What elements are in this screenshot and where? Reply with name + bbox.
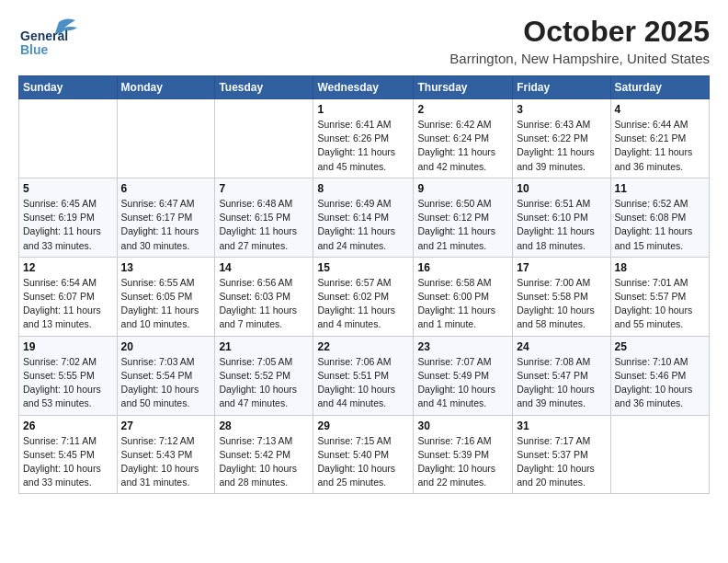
day-info: Sunrise: 7:01 AM Sunset: 5:57 PM Dayligh… [615,276,705,332]
header: General Blue October 2025 Barrington, Ne… [18,15,710,66]
calendar-cell: 7Sunrise: 6:48 AM Sunset: 6:15 PM Daylig… [215,178,313,257]
svg-text:Blue: Blue [20,42,49,55]
day-number: 27 [121,419,211,432]
calendar-cell: 28Sunrise: 7:13 AM Sunset: 5:42 PM Dayli… [215,415,313,494]
day-info: Sunrise: 7:10 AM Sunset: 5:46 PM Dayligh… [615,355,705,411]
day-number: 15 [317,261,409,274]
day-number: 10 [517,182,606,195]
weekday-header-friday: Friday [513,76,610,99]
day-info: Sunrise: 7:13 AM Sunset: 5:42 PM Dayligh… [219,434,309,490]
svg-text:General: General [20,29,68,43]
day-number: 11 [615,182,705,195]
day-info: Sunrise: 6:49 AM Sunset: 6:14 PM Dayligh… [317,197,409,253]
day-info: Sunrise: 7:00 AM Sunset: 5:58 PM Dayligh… [517,276,606,332]
day-info: Sunrise: 7:05 AM Sunset: 5:52 PM Dayligh… [219,355,309,411]
page: General Blue October 2025 Barrington, Ne… [0,0,728,563]
day-info: Sunrise: 6:54 AM Sunset: 6:07 PM Dayligh… [23,276,113,332]
logo-icon: General Blue [18,15,92,55]
day-info: Sunrise: 6:44 AM Sunset: 6:21 PM Dayligh… [615,118,705,174]
calendar-cell: 25Sunrise: 7:10 AM Sunset: 5:46 PM Dayli… [610,336,709,415]
weekday-header-wednesday: Wednesday [313,76,414,99]
day-number: 28 [219,419,309,432]
calendar-week-row-3: 12Sunrise: 6:54 AM Sunset: 6:07 PM Dayli… [19,257,710,336]
day-number: 1 [317,103,409,116]
weekday-header-saturday: Saturday [610,76,709,99]
day-number: 9 [417,182,508,195]
day-info: Sunrise: 6:43 AM Sunset: 6:22 PM Dayligh… [517,118,606,174]
day-info: Sunrise: 6:57 AM Sunset: 6:02 PM Dayligh… [317,276,409,332]
calendar-cell [19,99,118,178]
calendar-cell: 3Sunrise: 6:43 AM Sunset: 6:22 PM Daylig… [513,99,610,178]
logo: General Blue [18,15,92,55]
day-number: 3 [517,103,606,116]
day-number: 7 [219,182,309,195]
calendar-cell: 20Sunrise: 7:03 AM Sunset: 5:54 PM Dayli… [117,336,215,415]
day-number: 22 [317,340,409,353]
calendar-table: SundayMondayTuesdayWednesdayThursdayFrid… [18,75,710,494]
calendar-week-row-1: 1Sunrise: 6:41 AM Sunset: 6:26 PM Daylig… [19,99,710,178]
calendar-cell: 12Sunrise: 6:54 AM Sunset: 6:07 PM Dayli… [19,257,118,336]
calendar-cell: 23Sunrise: 7:07 AM Sunset: 5:49 PM Dayli… [414,336,513,415]
calendar-cell: 8Sunrise: 6:49 AM Sunset: 6:14 PM Daylig… [313,178,414,257]
day-number: 4 [615,103,705,116]
day-info: Sunrise: 6:51 AM Sunset: 6:10 PM Dayligh… [517,197,606,253]
day-number: 24 [517,340,606,353]
day-number: 25 [615,340,705,353]
day-info: Sunrise: 7:07 AM Sunset: 5:49 PM Dayligh… [417,355,508,411]
day-number: 12 [23,261,113,274]
day-info: Sunrise: 6:55 AM Sunset: 6:05 PM Dayligh… [121,276,211,332]
calendar-cell: 9Sunrise: 6:50 AM Sunset: 6:12 PM Daylig… [414,178,513,257]
day-info: Sunrise: 6:42 AM Sunset: 6:24 PM Dayligh… [417,118,508,174]
day-number: 13 [121,261,211,274]
day-info: Sunrise: 7:08 AM Sunset: 5:47 PM Dayligh… [517,355,606,411]
day-info: Sunrise: 7:06 AM Sunset: 5:51 PM Dayligh… [317,355,409,411]
calendar-cell: 1Sunrise: 6:41 AM Sunset: 6:26 PM Daylig… [313,99,414,178]
calendar-cell: 16Sunrise: 6:58 AM Sunset: 6:00 PM Dayli… [414,257,513,336]
calendar-cell: 15Sunrise: 6:57 AM Sunset: 6:02 PM Dayli… [313,257,414,336]
day-info: Sunrise: 7:11 AM Sunset: 5:45 PM Dayligh… [23,434,113,490]
day-number: 21 [219,340,309,353]
day-number: 5 [23,182,113,195]
calendar-cell: 19Sunrise: 7:02 AM Sunset: 5:55 PM Dayli… [19,336,118,415]
day-info: Sunrise: 6:58 AM Sunset: 6:00 PM Dayligh… [417,276,508,332]
calendar-cell: 2Sunrise: 6:42 AM Sunset: 6:24 PM Daylig… [414,99,513,178]
day-info: Sunrise: 6:48 AM Sunset: 6:15 PM Dayligh… [219,197,309,253]
day-number: 19 [23,340,113,353]
calendar-cell: 14Sunrise: 6:56 AM Sunset: 6:03 PM Dayli… [215,257,313,336]
day-number: 8 [317,182,409,195]
day-info: Sunrise: 7:16 AM Sunset: 5:39 PM Dayligh… [417,434,508,490]
calendar-week-row-4: 19Sunrise: 7:02 AM Sunset: 5:55 PM Dayli… [19,336,710,415]
calendar-week-row-2: 5Sunrise: 6:45 AM Sunset: 6:19 PM Daylig… [19,178,710,257]
day-number: 26 [23,419,113,432]
day-info: Sunrise: 7:17 AM Sunset: 5:37 PM Dayligh… [517,434,606,490]
calendar-cell: 29Sunrise: 7:15 AM Sunset: 5:40 PM Dayli… [313,415,414,494]
calendar-cell: 17Sunrise: 7:00 AM Sunset: 5:58 PM Dayli… [513,257,610,336]
day-number: 2 [417,103,508,116]
day-number: 30 [417,419,508,432]
day-number: 18 [615,261,705,274]
day-info: Sunrise: 7:02 AM Sunset: 5:55 PM Dayligh… [23,355,113,411]
calendar-cell: 24Sunrise: 7:08 AM Sunset: 5:47 PM Dayli… [513,336,610,415]
weekday-header-monday: Monday [117,76,215,99]
day-info: Sunrise: 6:56 AM Sunset: 6:03 PM Dayligh… [219,276,309,332]
calendar-cell [215,99,313,178]
day-info: Sunrise: 6:47 AM Sunset: 6:17 PM Dayligh… [121,197,211,253]
day-number: 16 [417,261,508,274]
calendar-cell: 10Sunrise: 6:51 AM Sunset: 6:10 PM Dayli… [513,178,610,257]
calendar-cell: 30Sunrise: 7:16 AM Sunset: 5:39 PM Dayli… [414,415,513,494]
calendar-cell: 5Sunrise: 6:45 AM Sunset: 6:19 PM Daylig… [19,178,118,257]
calendar-cell: 4Sunrise: 6:44 AM Sunset: 6:21 PM Daylig… [610,99,709,178]
day-info: Sunrise: 6:50 AM Sunset: 6:12 PM Dayligh… [417,197,508,253]
day-number: 17 [517,261,606,274]
title-area: October 2025 Barrington, New Hampshire, … [449,15,710,66]
weekday-header-row: SundayMondayTuesdayWednesdayThursdayFrid… [19,76,710,99]
calendar-cell: 31Sunrise: 7:17 AM Sunset: 5:37 PM Dayli… [513,415,610,494]
day-number: 14 [219,261,309,274]
day-info: Sunrise: 7:12 AM Sunset: 5:43 PM Dayligh… [121,434,211,490]
weekday-header-tuesday: Tuesday [215,76,313,99]
day-number: 23 [417,340,508,353]
weekday-header-sunday: Sunday [19,76,118,99]
calendar-cell: 22Sunrise: 7:06 AM Sunset: 5:51 PM Dayli… [313,336,414,415]
day-number: 20 [121,340,211,353]
day-number: 6 [121,182,211,195]
